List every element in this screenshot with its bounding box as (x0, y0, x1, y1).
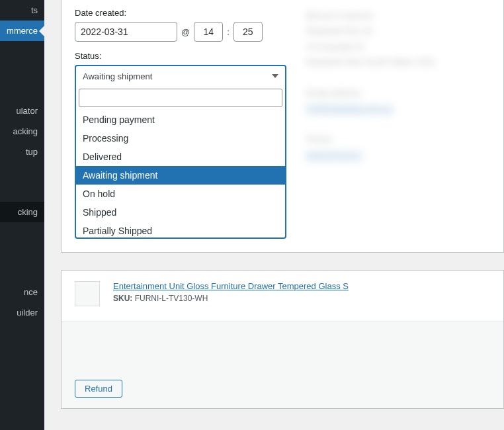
status-option-partial[interactable]: Partially Shipped (76, 222, 285, 237)
status-label: Status: (75, 51, 286, 61)
status-option-pending[interactable]: Pending payment (76, 110, 285, 129)
status-option-shipped[interactable]: Shipped (76, 203, 285, 222)
status-select[interactable]: Awaiting shipment Pending payment Proces… (75, 65, 286, 239)
main-content: Date created: @ : Status: Awaiting shipm… (44, 0, 504, 430)
status-option-delivered[interactable]: Delivered (76, 148, 285, 166)
time-colon: : (227, 27, 230, 37)
items-footer: Refund (62, 322, 503, 408)
minute-input[interactable] (233, 22, 263, 42)
sku-line: SKU: FURNI-L-TV130-WH (113, 294, 490, 303)
hour-input[interactable] (194, 22, 223, 42)
product-name-link[interactable]: Entertainment Unit Gloss Furniture Drawe… (113, 281, 490, 291)
sidebar-item-posts[interactable]: ts (0, 0, 44, 21)
date-created-label: Date created: (75, 8, 286, 18)
sidebar-item-setup[interactable]: tup (0, 142, 44, 162)
sku-label: SKU: (113, 294, 132, 303)
order-items-panel: Entertainment Unit Gloss Furniture Drawe… (61, 270, 504, 409)
at-symbol: @ (181, 27, 190, 37)
status-options-list[interactable]: Pending payment Processing Delivered Awa… (76, 110, 285, 237)
refund-button[interactable]: Refund (75, 380, 122, 398)
status-option-processing[interactable]: Processing (76, 129, 285, 148)
sidebar-item-builder[interactable]: uilder (0, 302, 44, 323)
sidebar-item-appearance[interactable]: nce (0, 282, 44, 302)
date-input[interactable] (75, 22, 177, 42)
status-select-display[interactable]: Awaiting shipment (76, 66, 285, 86)
product-thumbnail[interactable] (75, 281, 100, 306)
status-search-input[interactable] (79, 89, 282, 107)
chevron-down-icon (272, 74, 278, 78)
billing-address-block: Blurred Customer Redacted Pty Ltd XX Exa… (306, 8, 490, 239)
status-selected-text: Awaiting shipment (83, 71, 152, 81)
sidebar-item-tracking[interactable]: acking (0, 121, 44, 142)
status-option-onhold[interactable]: On hold (76, 185, 285, 203)
sidebar-item-woocommerce[interactable]: mmerce (0, 21, 44, 41)
sidebar-item-calculator[interactable]: ulator (0, 101, 44, 121)
admin-sidebar: ts mmerce ulator acking tup cking nce ui… (0, 0, 44, 430)
order-details-panel: Date created: @ : Status: Awaiting shipm… (61, 0, 504, 253)
sku-value: FURNI-L-TV130-WH (135, 294, 208, 303)
sidebar-item-tracking2[interactable]: cking (0, 202, 44, 222)
status-option-awaiting[interactable]: Awaiting shipment (76, 166, 285, 185)
line-item-row: Entertainment Unit Gloss Furniture Drawe… (62, 271, 503, 322)
